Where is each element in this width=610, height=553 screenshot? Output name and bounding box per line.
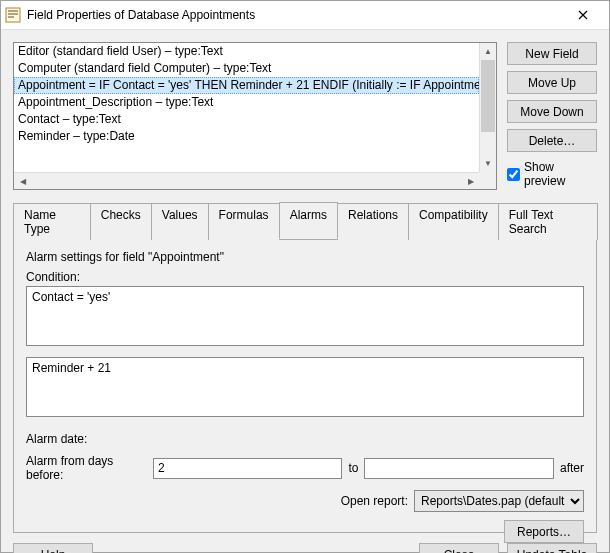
help-button[interactable]: Help [13,543,93,553]
tab-formulas[interactable]: Formulas [208,203,280,240]
close-button[interactable]: Close [419,543,499,553]
field-list-item[interactable]: Computer (standard field Computer) – typ… [14,60,479,77]
tab-name-type[interactable]: Name Type [13,203,91,240]
field-list[interactable]: Editor (standard field User) – type:Text… [13,42,497,190]
scroll-up-icon[interactable]: ▲ [480,43,496,60]
scroll-right-icon[interactable]: ▶ [462,173,479,189]
show-preview-checkbox[interactable]: Show preview [507,160,597,188]
update-table-button[interactable]: Update Table [507,543,597,553]
alarm-from-label: Alarm from days before: [26,454,147,482]
tab-checks[interactable]: Checks [90,203,152,240]
vertical-scrollbar[interactable]: ▲ ▼ [479,43,496,172]
condition-textarea[interactable] [26,286,584,346]
move-up-button[interactable]: Move Up [507,71,597,94]
reports-button[interactable]: Reports… [504,520,584,543]
move-down-button[interactable]: Move Down [507,100,597,123]
horizontal-scrollbar[interactable]: ◀ ▶ [14,172,479,189]
close-window-button[interactable] [561,1,605,29]
scroll-corner [479,172,496,189]
scroll-thumb[interactable] [481,60,495,132]
tab-strip: Name TypeChecksValuesFormulasAlarmsRelat… [13,202,597,239]
titlebar: Field Properties of Database Appointment… [1,1,609,30]
delete-button[interactable]: Delete… [507,129,597,152]
field-list-item[interactable]: Reminder – type:Date [14,128,479,145]
tab-relations[interactable]: Relations [337,203,409,240]
to-label: to [348,461,358,475]
window-title: Field Properties of Database Appointment… [27,8,561,22]
tab-compatibility[interactable]: Compatibility [408,203,499,240]
field-list-item[interactable]: Appointment = IF Contact = 'yes' THEN Re… [14,77,479,94]
app-icon [5,7,21,23]
alarm-settings-title: Alarm settings for field "Appointment" [26,250,584,264]
show-preview-input[interactable] [507,168,520,181]
field-list-item[interactable]: Contact – type:Text [14,111,479,128]
alarm-from-input[interactable] [153,458,343,479]
tab-alarms[interactable]: Alarms [279,202,338,239]
after-label: after [560,461,584,475]
open-report-select[interactable]: Reports\Dates.pap (default report) [414,490,584,512]
scroll-down-icon[interactable]: ▼ [480,155,496,172]
field-list-item[interactable]: Editor (standard field User) – type:Text [14,43,479,60]
open-report-label: Open report: [341,494,408,508]
svg-rect-0 [6,8,20,22]
tab-full-text-search[interactable]: Full Text Search [498,203,598,240]
new-field-button[interactable]: New Field [507,42,597,65]
alarm-date-label: Alarm date: [26,432,584,446]
field-list-item[interactable]: Appointment_Description – type:Text [14,94,479,111]
tab-values[interactable]: Values [151,203,209,240]
scroll-left-icon[interactable]: ◀ [14,173,31,189]
show-preview-label: Show preview [524,160,597,188]
tab-body-alarms: Alarm settings for field "Appointment" C… [13,239,597,533]
expression-textarea[interactable] [26,357,584,417]
condition-label: Condition: [26,270,584,284]
alarm-to-input[interactable] [364,458,554,479]
